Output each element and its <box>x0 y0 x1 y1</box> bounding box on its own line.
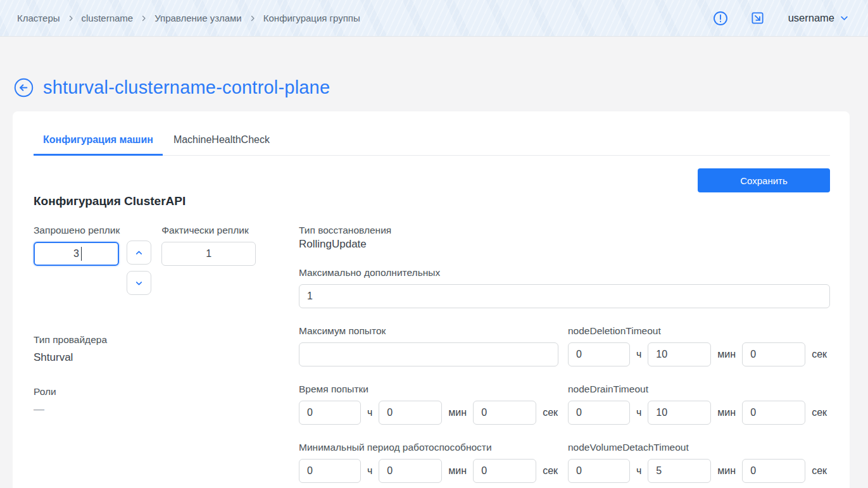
requested-replicas-label: Запрошено реплик <box>34 225 120 236</box>
replicas-row: Запрошено реплик Фактически реплик <box>34 225 255 295</box>
min-ready-period-group: ч мин сек <box>299 459 558 483</box>
node-volume-detach-hours-input[interactable] <box>568 459 630 483</box>
node-drain-timeout-group: ч мин сек <box>568 401 830 425</box>
seconds-unit-label: сек <box>543 407 558 418</box>
page-title-row: shturval-clustername-control-plane <box>14 77 868 98</box>
username-label: username <box>788 12 834 24</box>
tab-bar: Конфигурация машин MachineHealthCheck <box>34 111 830 156</box>
page-title: shturval-clustername-control-plane <box>43 77 330 98</box>
node-drain-hours-input[interactable] <box>568 401 630 425</box>
breadcrumb-item-group-config: Конфигурация группы <box>263 13 360 23</box>
hours-unit-label: ч <box>367 465 372 477</box>
max-surge-input[interactable] <box>299 284 830 308</box>
recovery-type-block: Тип восстановления RollingUpdate <box>299 225 830 251</box>
node-deletion-timeout-group: ч мин сек <box>568 342 830 366</box>
form-row-2: Время попытки ч мин сек nodeDrainTimeout <box>299 384 830 425</box>
node-deletion-seconds-input[interactable] <box>742 342 805 366</box>
breadcrumb-item-clustername[interactable]: clustername <box>82 13 134 23</box>
breadcrumb-item-node-management[interactable]: Управление узлами <box>154 13 242 23</box>
node-drain-minutes-input[interactable] <box>648 401 711 425</box>
chevron-down-icon <box>135 279 143 287</box>
attempt-time-hours-input[interactable] <box>299 401 361 425</box>
node-deletion-minutes-input[interactable] <box>648 342 711 366</box>
chevron-up-icon <box>135 249 143 257</box>
seconds-unit-label: сек <box>812 465 827 477</box>
node-drain-timeout-label: nodeDrainTimeout <box>568 384 830 395</box>
max-attempts-label: Максимум попыток <box>299 325 558 337</box>
topbar-right: username <box>713 11 849 26</box>
external-link-icon[interactable] <box>750 11 765 26</box>
roles-label: Роли <box>34 386 255 397</box>
min-ready-minutes-input[interactable] <box>379 459 442 483</box>
max-attempts-input[interactable] <box>299 342 558 366</box>
attempt-time-minutes-input[interactable] <box>379 401 442 425</box>
chevron-down-icon <box>840 13 849 23</box>
node-volume-detach-seconds-input[interactable] <box>742 459 805 483</box>
roles-value: — <box>34 403 255 416</box>
chevron-right-icon <box>140 15 148 22</box>
roles-block: Роли — <box>34 386 255 416</box>
requested-replicas-group: Запрошено реплик <box>34 225 120 295</box>
save-row: Сохранить <box>34 168 830 192</box>
seconds-unit-label: сек <box>812 407 827 418</box>
provider-type-label: Тип провайдера <box>34 334 255 346</box>
node-drain-seconds-input[interactable] <box>742 401 805 425</box>
requested-replicas-wrap <box>34 248 119 259</box>
cluster-api-form: Запрошено реплик Фактически реплик <box>34 225 830 483</box>
hours-unit-label: ч <box>636 349 641 360</box>
hours-unit-label: ч <box>367 407 372 418</box>
actual-replicas-input[interactable] <box>161 242 256 266</box>
topbar: Кластеры clustername Управление узлами К… <box>0 0 868 37</box>
attempt-time-group: ч мин сек <box>299 401 558 425</box>
max-surge-block: Максимально дополнительных <box>299 267 830 308</box>
provider-type-value: Shturval <box>34 351 255 364</box>
tab-machine-config[interactable]: Конфигурация машин <box>34 127 163 156</box>
node-deletion-timeout-label: nodeDeletionTimeout <box>568 325 830 337</box>
save-button[interactable]: Сохранить <box>698 168 830 192</box>
hours-unit-label: ч <box>636 407 641 418</box>
minutes-unit-label: мин <box>717 349 736 360</box>
content-card: Конфигурация машин MachineHealthCheck Со… <box>13 111 850 488</box>
requested-replicas-input[interactable] <box>34 242 119 266</box>
recovery-type-value: RollingUpdate <box>299 238 830 251</box>
form-right-column: Тип восстановления RollingUpdate Максима… <box>299 225 830 483</box>
actual-replicas-group: Фактически реплик <box>161 225 256 295</box>
attempt-time-seconds-input[interactable] <box>473 401 536 425</box>
form-left-column: Запрошено реплик Фактически реплик <box>34 225 255 483</box>
node-deletion-timeout-block: nodeDeletionTimeout ч мин сек <box>568 325 830 366</box>
breadcrumb-item-clusters[interactable]: Кластеры <box>17 13 60 23</box>
actual-replicas-label: Фактически реплик <box>161 225 256 236</box>
stepper-up-button[interactable] <box>127 241 151 265</box>
replicas-stepper <box>127 225 151 295</box>
section-heading: Конфигурация ClusterAPI <box>34 194 830 208</box>
minutes-unit-label: мин <box>448 407 467 418</box>
minutes-unit-label: мин <box>448 465 467 477</box>
breadcrumb: Кластеры clustername Управление узлами К… <box>17 13 360 23</box>
back-button[interactable] <box>14 78 34 97</box>
min-ready-period-label: Минимальный период работоспособности <box>299 442 558 453</box>
provider-type-block: Тип провайдера Shturval <box>34 334 255 364</box>
tab-machine-health-check[interactable]: MachineHealthCheck <box>164 127 279 156</box>
form-row-3: Минимальный период работоспособности ч м… <box>299 442 830 483</box>
form-row-1: Максимум попыток nodeDeletionTimeout ч м… <box>299 325 830 366</box>
text-cursor <box>81 247 82 261</box>
hours-unit-label: ч <box>636 465 641 477</box>
node-deletion-hours-input[interactable] <box>568 342 630 366</box>
node-volume-detach-minutes-input[interactable] <box>648 459 711 483</box>
seconds-unit-label: сек <box>543 465 558 477</box>
node-volume-detach-timeout-label: nodeVolumeDetachTimeout <box>568 442 830 453</box>
attempt-time-block: Время попытки ч мин сек <box>299 384 558 425</box>
user-menu[interactable]: username <box>788 12 849 24</box>
recovery-type-label: Тип восстановления <box>299 225 830 236</box>
node-volume-detach-timeout-group: ч мин сек <box>568 459 830 483</box>
min-ready-hours-input[interactable] <box>299 459 361 483</box>
min-ready-period-block: Минимальный период работоспособности ч м… <box>299 442 558 483</box>
min-ready-seconds-input[interactable] <box>473 459 536 483</box>
arrow-left-circle-icon <box>14 78 34 97</box>
max-surge-label: Максимально дополнительных <box>299 267 830 278</box>
alert-circle-icon[interactable] <box>713 11 728 26</box>
stepper-down-button[interactable] <box>127 271 151 295</box>
node-volume-detach-timeout-block: nodeVolumeDetachTimeout ч мин сек <box>568 442 830 483</box>
attempt-time-label: Время попытки <box>299 384 558 395</box>
seconds-unit-label: сек <box>812 349 827 360</box>
